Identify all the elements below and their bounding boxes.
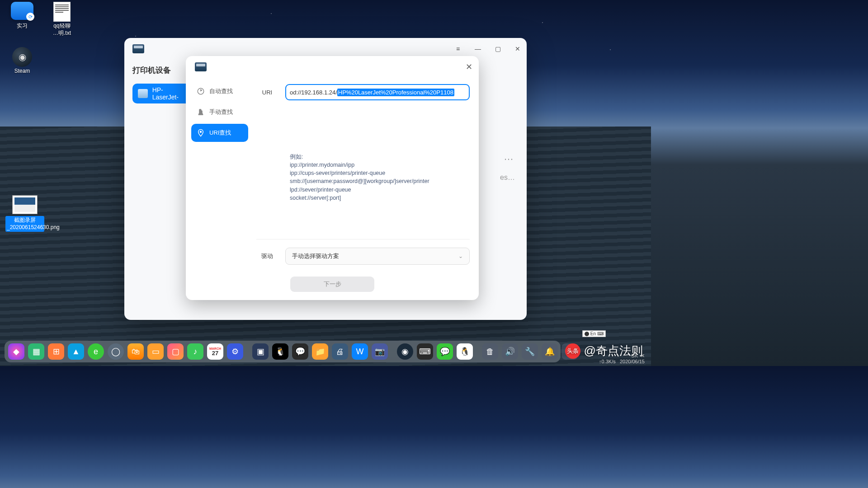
dock-browser[interactable]: e <box>88 343 104 360</box>
dialog-close-button[interactable]: ✕ <box>466 62 472 72</box>
dock-printer[interactable]: 🖨 <box>332 343 348 360</box>
dock-screenshot[interactable]: 📷 <box>372 343 388 360</box>
tray-notifications[interactable]: 🔔 <box>542 343 558 360</box>
dock-wechat[interactable]: 💬 <box>292 343 308 360</box>
uri-label: URI <box>256 89 278 96</box>
next-button[interactable]: 下一步 <box>290 277 374 292</box>
dock-photos[interactable]: ▢ <box>167 343 184 360</box>
auto-search-icon <box>197 87 205 95</box>
dock-app[interactable]: ▭ <box>147 343 164 360</box>
watermark-badge: 头条 <box>565 343 580 359</box>
dock-shopping[interactable]: 🛍 <box>127 343 144 360</box>
tray-volume[interactable]: 🔊 <box>502 343 518 360</box>
printer-icon <box>132 44 144 53</box>
dialog-sidebar: 自动查找 手动查找 URI查找 <box>190 80 249 266</box>
minimize-button[interactable]: ― <box>474 45 481 52</box>
desktop-icon-screenshot[interactable]: 截图录屏_2020061524630.png <box>5 195 44 232</box>
svg-point-1 <box>200 131 202 133</box>
tray-trash[interactable]: 🗑 <box>482 343 498 360</box>
dock-app-store[interactable]: ▲ <box>68 343 84 360</box>
driver-select-value: 手动选择驱动方案 <box>292 252 339 260</box>
driver-label: 驱动 <box>256 252 278 260</box>
printer-item-label: HP-LaserJet- <box>152 86 186 101</box>
dock: ◆ ▦ ⊞ ▲ e ◯ 🛍 ▭ ▢ ♪ MARCH27 ⚙ ▣ 🐧 💬 📁 🖨 … <box>5 341 561 362</box>
uri-examples: 例如: ipp://printer.mydomain/ipp ipp://cup… <box>290 153 470 202</box>
maximize-button[interactable]: ▢ <box>494 45 501 52</box>
dock-wechat2[interactable]: 💬 <box>437 343 453 360</box>
dialog-titlebar: ✕ <box>186 56 479 78</box>
close-button[interactable]: ✕ <box>514 45 521 52</box>
dock-workspaces[interactable]: ⊞ <box>48 343 64 360</box>
sidebar-item-manual-search[interactable]: 手动查找 <box>191 103 248 121</box>
dock-chromium[interactable]: ◯ <box>108 343 124 360</box>
watermark-text: @奇点法则 <box>584 343 643 359</box>
keyboard-icon: ⌨ <box>597 331 604 336</box>
menu-button[interactable]: ≡ <box>454 46 462 52</box>
penguin-icon <box>585 332 589 336</box>
sidebar-item-auto-search[interactable]: 自动查找 <box>191 82 248 100</box>
printer-item-icon <box>138 89 148 98</box>
dock-security[interactable]: 🐧 <box>457 343 473 360</box>
dock-settings[interactable]: ⚙ <box>227 343 243 360</box>
desktop-icons: ⟳ 实习 qq轻聊 …明.txt <box>6 2 78 45</box>
chevron-down-icon: ⌄ <box>458 253 463 259</box>
watermark: 头条 @奇点法则 <box>565 343 643 359</box>
uri-search-icon <box>197 129 205 137</box>
dock-onscreen-keyboard[interactable]: ⌨ <box>417 343 433 360</box>
dock-launcher[interactable]: ◆ <box>8 343 24 360</box>
overflow-text: es… <box>500 174 515 182</box>
desktop-icon-folder[interactable]: ⟳ 实习 <box>6 2 38 37</box>
dock-system[interactable]: ▣ <box>252 343 269 360</box>
desktop-icon-textfile[interactable]: qq轻聊 …明.txt <box>46 2 78 37</box>
sidebar-item-label: 手动查找 <box>209 108 233 116</box>
desktop-icon-steam[interactable]: ◉ Steam <box>6 47 38 75</box>
uri-prefix-text: od://192.168.1.24/ <box>290 89 337 96</box>
screenshot-thumb-icon <box>12 195 38 214</box>
sidebar-item-label: URI查找 <box>209 129 231 137</box>
driver-select[interactable]: 手动选择驱动方案 ⌄ <box>285 248 470 265</box>
sidebar-item-label: 自动查找 <box>209 87 233 95</box>
dock-calendar[interactable]: MARCH27 <box>207 343 223 360</box>
dock-qq[interactable]: 🐧 <box>272 343 288 360</box>
uri-selected-text: HP%20LaserJet%20Professional%20P1108 <box>337 89 454 96</box>
dock-files[interactable]: 📁 <box>312 343 328 360</box>
overflow-dots: … <box>504 151 515 163</box>
dock-music[interactable]: ♪ <box>187 343 203 360</box>
ime-indicator[interactable]: En ⌨ <box>582 330 606 337</box>
dock-wps[interactable]: W <box>352 343 368 360</box>
dialog-content: URI od://192.168.1.24/HP%20LaserJet%20Pr… <box>249 80 474 266</box>
printer-list-item[interactable]: HP-LaserJet- <box>132 84 191 103</box>
sidebar-item-uri-search[interactable]: URI查找 <box>191 124 248 142</box>
add-printer-dialog: ✕ 自动查找 手动查找 URI查找 URI od://192.168.1.24/… <box>186 56 479 300</box>
manual-search-icon <box>197 108 205 116</box>
dock-steam[interactable]: ◉ <box>397 343 413 360</box>
uri-input[interactable]: od://192.168.1.24/HP%20LaserJet%20Profes… <box>285 84 470 100</box>
dock-multitask[interactable]: ▦ <box>28 343 44 360</box>
printer-icon <box>195 62 207 71</box>
tray-tools[interactable]: 🔧 <box>522 343 538 360</box>
